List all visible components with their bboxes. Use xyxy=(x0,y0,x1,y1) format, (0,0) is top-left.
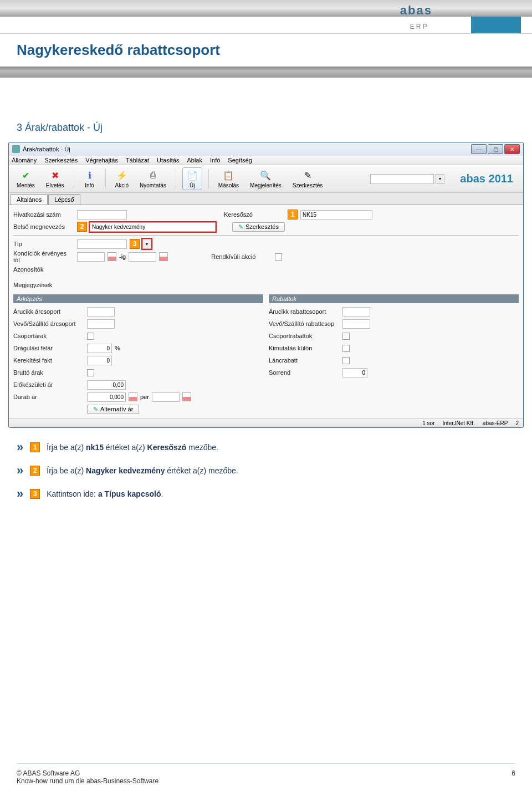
alternativ-ar-button[interactable]: ✎Alternatív ár xyxy=(87,405,139,414)
menu-vegrehajtas[interactable]: Végrehajtás xyxy=(85,157,118,164)
header-gradient-bar xyxy=(0,0,532,17)
label-darab: Darab ár xyxy=(13,394,84,400)
text: . xyxy=(161,489,163,498)
pencil-icon: ✎ xyxy=(301,169,314,181)
kerekitesi-input[interactable] xyxy=(87,356,112,365)
instructions: » 1 Írja be a(z) nk15 értéket a(z) Keres… xyxy=(17,440,515,501)
label-arucikk-rabatt: Árucikk rabattcsoport xyxy=(269,308,340,315)
lightning-icon: ⚡ xyxy=(116,169,128,181)
maximize-button[interactable]: ▢ xyxy=(488,144,503,154)
marker-3: 3 xyxy=(30,489,40,499)
magnifier-icon: 🔍 xyxy=(259,169,272,181)
tip-input[interactable] xyxy=(77,239,127,249)
edit-button[interactable]: ✎Szerkesztés xyxy=(289,168,326,190)
sorrend-input[interactable] xyxy=(342,368,367,377)
instruction-1-text: Írja be a(z) nk15 értéket a(z) Keresőszó… xyxy=(47,443,218,452)
rendkivuli-checkbox[interactable] xyxy=(275,253,282,261)
menu-segitseg[interactable]: Segítség xyxy=(228,157,252,164)
label-vevo-ar: Vevő/Szállító árcsoport xyxy=(13,320,84,327)
vevo-rabatt-input[interactable] xyxy=(342,319,370,329)
text: Írja be a(z) xyxy=(47,466,86,475)
label-kimutatas: Kimutatás külön xyxy=(269,345,340,351)
arucikk-ar-input[interactable] xyxy=(87,307,115,317)
darab-input[interactable] xyxy=(87,392,126,402)
kondiciok-to-input[interactable] xyxy=(129,252,156,262)
new-button[interactable]: 📄Új xyxy=(182,167,202,190)
save-button[interactable]: ✔Mentés xyxy=(13,168,38,190)
label-csoportarak: Csoportárak xyxy=(13,333,84,339)
view-button[interactable]: 🔍Megjelenítés xyxy=(247,168,285,190)
section-title: 3 Árak/rabattok - Új xyxy=(17,122,515,134)
instruction-2: » 2 Írja be a(z) Nagyker kedvezmény érté… xyxy=(17,463,515,478)
menu-utasitas[interactable]: Utasítás xyxy=(157,157,179,164)
vevo-ar-input[interactable] xyxy=(87,319,115,329)
label-vevo-rabatt: Vevő/Szállító rabattcsop xyxy=(269,320,340,327)
menu-tablazat[interactable]: Táblázat xyxy=(126,157,149,164)
lancrabatt-checkbox[interactable] xyxy=(342,357,350,364)
label-ig: -ig xyxy=(119,253,126,260)
kimutatas-checkbox[interactable] xyxy=(342,345,350,352)
instruction-1: » 1 Írja be a(z) nk15 értéket a(z) Keres… xyxy=(17,440,515,455)
elokeszuleti-input[interactable] xyxy=(87,380,126,390)
status-num: 2 xyxy=(515,420,519,426)
close-button[interactable]: ✕ xyxy=(504,144,520,154)
csoportarak-checkbox[interactable] xyxy=(87,333,94,340)
search-dropdown-icon[interactable]: ▾ xyxy=(436,174,444,184)
tab-altalanos[interactable]: Általános xyxy=(11,194,48,205)
label-per: per xyxy=(140,394,149,400)
new-label: Új xyxy=(190,182,195,188)
tip-dropdown-icon[interactable]: ▾ xyxy=(142,239,151,249)
minimize-button[interactable]: — xyxy=(471,144,487,154)
text: mezőbe. xyxy=(186,443,218,452)
menu-ablak[interactable]: Ablak xyxy=(187,157,202,164)
action-button[interactable]: ⚡Akció xyxy=(112,168,132,190)
toolbar-separator xyxy=(176,169,176,188)
discard-label: Elvetés xyxy=(46,182,64,188)
hivatkozasi-input[interactable] xyxy=(77,210,127,220)
marker-1: 1 xyxy=(288,210,298,220)
edit-star-icon: ✎ xyxy=(93,406,98,413)
dragulasi-input[interactable] xyxy=(87,344,112,353)
marker-2: 2 xyxy=(30,466,40,476)
brutto-checkbox[interactable] xyxy=(87,369,94,376)
picker-icon[interactable] xyxy=(129,392,137,401)
title-area: Nagykereskedő rabattcsoport xyxy=(0,33,532,68)
marker-2: 2 xyxy=(77,222,87,232)
instruction-3-text: Kattintson ide: a Típus kapcsoló. xyxy=(47,489,163,498)
menu-allomany[interactable]: Állomány xyxy=(12,157,37,164)
discard-button[interactable]: ✖Elvetés xyxy=(43,168,68,190)
search-input[interactable] xyxy=(370,174,434,184)
keresoszo-input[interactable] xyxy=(300,210,372,220)
text-bold: a Típus kapcsoló xyxy=(98,489,161,498)
tab-bar: Általános Lépcső xyxy=(9,193,523,205)
menu-szerkesztes[interactable]: Szerkesztés xyxy=(44,157,78,164)
picker-icon[interactable] xyxy=(182,392,191,401)
label-belso-megnevezes: Belső megnevezés xyxy=(13,223,74,230)
text-bold: nk15 xyxy=(86,443,104,452)
marker-3: 3 xyxy=(130,239,140,249)
text: értéket a(z) xyxy=(104,443,147,452)
col-arkepzes: Árképzés Árucikk árcsoport Vevő/Szállító… xyxy=(13,294,263,415)
label-tip: Típ xyxy=(13,241,74,247)
per-input[interactable] xyxy=(152,392,180,402)
info-button[interactable]: ℹInfó xyxy=(80,168,99,190)
window-titlebar: Árak/rabattok - Új — ▢ ✕ xyxy=(9,142,523,156)
csoportrabattok-checkbox[interactable] xyxy=(342,333,350,340)
calendar-icon[interactable] xyxy=(159,252,168,261)
percent-unit: % xyxy=(115,345,120,351)
copy-button[interactable]: 📋Másolás xyxy=(215,168,242,190)
text-bold: Keresőszó xyxy=(147,443,187,452)
belso-megnevezes-input[interactable] xyxy=(90,222,216,232)
kondiciok-from-input[interactable] xyxy=(77,252,105,262)
tab-lepcso[interactable]: Lépcső xyxy=(48,194,80,205)
menu-info[interactable]: Infó xyxy=(210,157,220,164)
label-megjegyzesek: Megjegyzések xyxy=(13,282,74,288)
rabattok-header: Rabattok xyxy=(269,294,519,303)
label-hivatkozasi: Hivatkozási szám xyxy=(13,211,74,218)
print-button[interactable]: ⎙Nyomtatás xyxy=(136,168,170,190)
window-title: Árak/rabattok - Új xyxy=(23,146,70,152)
calendar-icon[interactable] xyxy=(108,252,116,261)
arucikk-rabatt-input[interactable] xyxy=(342,307,370,317)
form-area: Hivatkozási szám Keresőszó 1 Belső megne… xyxy=(9,205,523,419)
szerkesztes-button[interactable]: ✎Szerkesztés xyxy=(232,222,285,232)
